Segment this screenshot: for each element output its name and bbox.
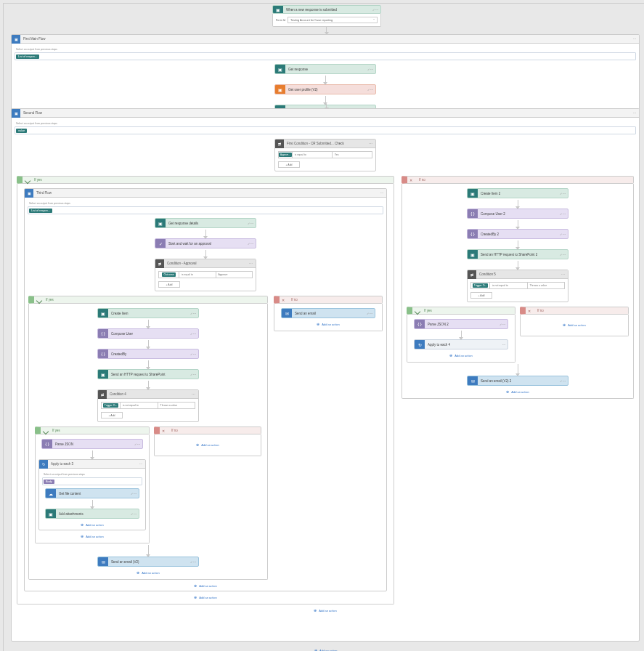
third-scope: ▣ Third Flow ⋯ Select an output from pre… bbox=[24, 188, 387, 591]
no-branch[interactable]: If no bbox=[402, 176, 634, 184]
chip: List of respon... bbox=[16, 54, 39, 59]
loop-icon: ↻ bbox=[39, 460, 48, 469]
chevron-down-icon: ˅ bbox=[373, 18, 375, 22]
http-sp2-card[interactable]: ▣Send an HTTP request to SharePoint 2⤢ ⋯ bbox=[467, 249, 568, 259]
send-email2-card[interactable]: ✉Send an email⤢ ⋯ bbox=[281, 308, 375, 318]
http-sp-card[interactable]: ▣Send an HTTP request to SharePoint⤢ ⋯ bbox=[97, 369, 199, 379]
condition-approval[interactable]: ⇄Condition - Approval⋯ Outcome is equal … bbox=[155, 259, 256, 291]
create-item-card[interactable]: ▣Create Item⤢ ⋯ bbox=[97, 308, 199, 318]
add-action[interactable]: Add an action bbox=[449, 353, 472, 357]
data-icon: { } bbox=[415, 320, 425, 328]
scope-title: Second Flow bbox=[23, 111, 42, 115]
compose-icon: { } bbox=[98, 349, 108, 358]
onedrive-icon: ☁ bbox=[46, 489, 56, 498]
add-action[interactable]: Add an action bbox=[81, 534, 103, 538]
compose-icon: { } bbox=[468, 209, 478, 218]
add-action[interactable]: Add an action bbox=[136, 570, 159, 575]
scope-icon: ▣ bbox=[12, 109, 20, 118]
sharepoint-icon: ▣ bbox=[98, 370, 108, 379]
data-icon: { } bbox=[42, 440, 52, 448]
createdby-card[interactable]: { }CreatedBy⤢ ⋯ bbox=[97, 349, 199, 359]
condition-icon: ⇄ bbox=[275, 140, 284, 148]
scope-input[interactable]: List of respon... bbox=[15, 52, 636, 60]
condition-icon: ⇄ bbox=[155, 259, 164, 268]
scope-title: First Main Flow bbox=[23, 37, 46, 41]
create-item2-card[interactable]: ▣Create Item 2⤢ ⋯ bbox=[467, 188, 568, 198]
forms-icon: ▣ bbox=[273, 6, 283, 13]
parse-json-card[interactable]: { }Parse JSON⤢ ⋯ bbox=[41, 439, 143, 449]
parse2-card[interactable]: { }Parse JSON 2⤢ ⋯ bbox=[414, 319, 508, 329]
scope-input[interactable]: value bbox=[15, 126, 636, 134]
compose-icon: { } bbox=[98, 329, 108, 338]
apply-each: ↻Apply to each 3⋯ Select an output from … bbox=[38, 459, 146, 530]
condition-4[interactable]: ⇄Condition 4⋯ Trigger O... is not equal … bbox=[97, 389, 199, 422]
sharepoint-icon: ▣ bbox=[468, 189, 478, 198]
send-email3-card[interactable]: ✉Send an email (V2) 2⤢ ⋯ bbox=[467, 376, 568, 386]
second-scope: ▣ Second Flow ⋯ Select an output from pr… bbox=[11, 108, 640, 642]
get-file-card[interactable]: ☁Get file content⤢ ⋯ bbox=[45, 488, 139, 498]
apply2-card[interactable]: ↻Apply to each 4⋯ bbox=[414, 339, 508, 349]
scope-icon: ▣ bbox=[25, 189, 33, 198]
condition-icon: ⇄ bbox=[98, 390, 107, 399]
get-response-details-card[interactable]: ▣ Get response details⤢ ⋯ bbox=[155, 218, 256, 228]
inner-no[interactable]: If no bbox=[274, 296, 383, 304]
add-action[interactable]: Add an action bbox=[317, 322, 339, 326]
add-action[interactable]: Add an action bbox=[194, 595, 216, 599]
card-tools[interactable]: ⋯ bbox=[633, 37, 636, 41]
add-action[interactable]: Add an action bbox=[506, 389, 529, 394]
leaf-yes[interactable]: If yes bbox=[35, 426, 150, 434]
condition-5[interactable]: ⇄Condition 5⋯ Trigger O... is not equal … bbox=[467, 270, 568, 302]
sharepoint-icon: ▣ bbox=[46, 509, 56, 518]
condition-1[interactable]: ⇄ First Condition - CR Submitted... Chec… bbox=[274, 139, 376, 171]
add-action[interactable]: Add an action bbox=[563, 323, 585, 327]
outlook-icon: ✉ bbox=[468, 376, 478, 385]
condition-row[interactable]: Approve... is equal to Yes bbox=[278, 151, 372, 158]
outlook-icon: ✉ bbox=[98, 557, 108, 566]
send-email-card[interactable]: ✉Send an email (V2)⤢ ⋯ bbox=[97, 557, 199, 567]
approval-card[interactable]: ✓ Start and wait for an approval⤢ ⋯ bbox=[155, 238, 256, 248]
add-action[interactable]: Add an action bbox=[314, 608, 336, 612]
right-yes[interactable]: If yes bbox=[407, 307, 515, 315]
right-no[interactable]: If no bbox=[520, 307, 629, 315]
add-action[interactable]: Add an action bbox=[194, 583, 216, 588]
yes-branch[interactable]: If yes bbox=[17, 176, 394, 184]
add-action[interactable]: Add an action bbox=[81, 522, 103, 527]
add-row[interactable]: + Add bbox=[278, 161, 300, 168]
add-action[interactable]: Add an action bbox=[314, 648, 337, 651]
leaf-no[interactable]: If no bbox=[154, 426, 261, 434]
sharepoint-icon: ▣ bbox=[468, 250, 478, 259]
office-icon: ▣ bbox=[275, 85, 285, 94]
trigger-input-label: Form Id bbox=[276, 19, 285, 22]
createdby2-card[interactable]: { }CreatedBy 2⤢ ⋯ bbox=[467, 229, 568, 239]
outlook-icon: ✉ bbox=[282, 309, 292, 318]
loop-icon: ↻ bbox=[415, 340, 425, 349]
approval-icon: ✓ bbox=[155, 239, 166, 248]
add-attach-card[interactable]: ▣Add attachments⤢ ⋯ bbox=[45, 509, 139, 519]
condition-icon: ⇄ bbox=[468, 270, 476, 279]
compose-card[interactable]: { }Compose User⤢ ⋯ bbox=[97, 328, 199, 339]
add-action[interactable]: Add an action bbox=[196, 442, 219, 447]
trigger[interactable]: ▣ When a new response is submitted ⤢ ⋯ F… bbox=[272, 5, 381, 27]
compose-icon: { } bbox=[468, 230, 478, 238]
forms-icon: ▣ bbox=[155, 219, 166, 227]
trigger-select[interactable]: Testing Account for Case reporting˅ bbox=[288, 17, 378, 23]
scope-icon: ▣ bbox=[12, 35, 20, 44]
sharepoint-icon: ▣ bbox=[98, 309, 108, 318]
compose2-card[interactable]: { }Compose User 2⤢ ⋯ bbox=[467, 209, 568, 219]
get-response-card[interactable]: ▣ Get response ⤢ ⋯ bbox=[274, 64, 376, 74]
inner-yes[interactable]: If yes bbox=[28, 296, 268, 304]
get-profile-card[interactable]: ▣ Get user profile (V2) ⤢ ⋯ bbox=[274, 84, 376, 94]
trigger-title: When a new response is submitted bbox=[283, 6, 364, 13]
card-tools[interactable]: ⤢ ⋯ bbox=[364, 6, 380, 13]
scope-subnote: Select an output from previous steps bbox=[15, 46, 57, 52]
forms-icon: ▣ bbox=[275, 65, 285, 73]
first-scope: ▣ First Main Flow ⋯ Select an output fro… bbox=[11, 34, 640, 118]
